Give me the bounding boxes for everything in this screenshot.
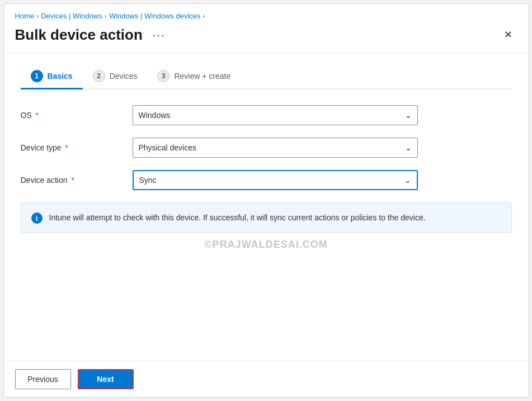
device-type-select[interactable]: Physical devices ⌄ xyxy=(133,138,418,158)
device-action-required: * xyxy=(69,176,74,185)
breadcrumb-windows-devices[interactable]: Windows | Windows devices xyxy=(109,12,201,20)
breadcrumb-sep-2: › xyxy=(105,12,107,20)
device-action-chevron-icon: ⌄ xyxy=(404,176,411,185)
watermark: ©PRAJWALDESAI.COM xyxy=(21,233,512,256)
more-options-button[interactable]: ··· xyxy=(149,27,169,43)
os-control: Windows ⌄ xyxy=(133,105,418,125)
tab-devices[interactable]: 2 Devices xyxy=(83,64,148,89)
tab-basics-label: Basics xyxy=(48,72,73,81)
breadcrumb-home[interactable]: Home xyxy=(15,12,35,20)
breadcrumb-sep-1: › xyxy=(36,12,39,20)
breadcrumb-sep-3: › xyxy=(203,12,205,20)
tab-devices-num: 2 xyxy=(93,70,105,82)
panel-footer: Previous Next xyxy=(4,361,529,397)
info-text: Intune will attempt to check with this d… xyxy=(49,212,426,224)
device-type-row: Device type * Physical devices ⌄ xyxy=(21,138,512,158)
os-select[interactable]: Windows ⌄ xyxy=(133,105,418,125)
device-type-required: * xyxy=(63,143,68,152)
bulk-device-action-panel: Home › Devices | Windows › Windows | Win… xyxy=(3,3,529,398)
os-chevron-icon: ⌄ xyxy=(405,111,412,120)
info-box: i Intune will attempt to check with this… xyxy=(21,202,512,233)
close-button[interactable]: ✕ xyxy=(500,26,517,44)
header-left: Bulk device action ··· xyxy=(15,26,169,44)
breadcrumb: Home › Devices | Windows › Windows | Win… xyxy=(4,4,529,23)
panel-header: Bulk device action ··· ✕ xyxy=(4,23,529,53)
breadcrumb-devices-windows[interactable]: Devices | Windows xyxy=(41,12,102,20)
device-type-control: Physical devices ⌄ xyxy=(133,138,418,158)
tab-review-label: Review + create xyxy=(174,72,230,81)
device-type-label: Device type * xyxy=(21,143,133,152)
tab-review-num: 3 xyxy=(157,70,170,82)
wizard-tabs: 1 Basics 2 Devices 3 Review + create xyxy=(21,64,512,89)
device-action-value: Sync xyxy=(139,176,157,185)
device-action-select[interactable]: Sync ⌄ xyxy=(133,170,418,190)
device-type-chevron-icon: ⌄ xyxy=(405,143,412,152)
os-row: OS * Windows ⌄ xyxy=(21,105,512,125)
panel-content: 1 Basics 2 Devices 3 Review + create OS … xyxy=(4,53,529,361)
tab-devices-label: Devices xyxy=(110,72,138,81)
previous-button[interactable]: Previous xyxy=(15,369,71,389)
device-action-control: Sync ⌄ xyxy=(133,170,418,190)
device-type-value: Physical devices xyxy=(139,143,197,152)
device-action-row: Device action * Sync ⌄ xyxy=(21,170,512,190)
tab-basics[interactable]: 1 Basics xyxy=(21,64,83,89)
device-action-label: Device action * xyxy=(21,176,133,185)
tab-basics-num: 1 xyxy=(31,70,43,82)
next-button[interactable]: Next xyxy=(78,369,134,389)
info-icon: i xyxy=(31,213,43,224)
os-label: OS * xyxy=(21,111,133,120)
page-title: Bulk device action xyxy=(15,26,143,44)
tab-review[interactable]: 3 Review + create xyxy=(147,64,241,89)
os-required: * xyxy=(34,111,39,120)
os-value: Windows xyxy=(139,111,171,120)
